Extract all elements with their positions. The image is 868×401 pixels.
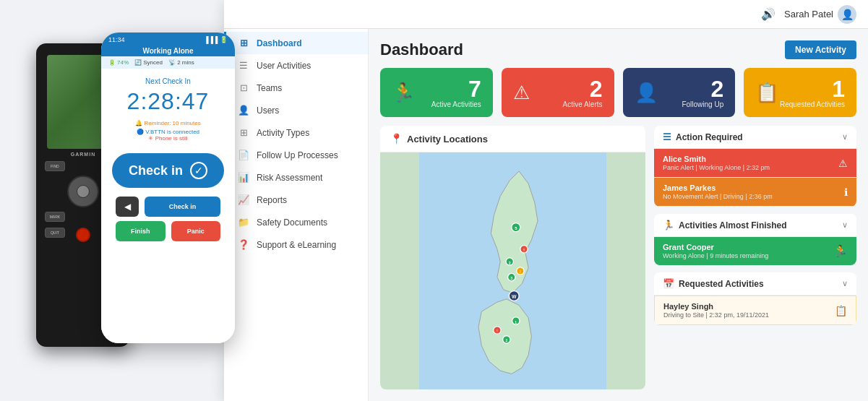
gps-mark-btn[interactable]: MARK xyxy=(45,212,65,222)
page-title: Dashboard xyxy=(380,40,463,59)
gps-enter-btn[interactable] xyxy=(76,228,90,242)
almost-finished-section: 🏃 Activities Almost Finished ∨ Grant Coo… xyxy=(654,214,856,265)
stat-following-up[interactable]: 👤 2 Following Up xyxy=(623,68,736,117)
battery-percent: 74% xyxy=(117,59,129,66)
action-required-chevron[interactable]: ∨ xyxy=(842,132,848,142)
hayley-detail: Driving to Site | 2:32 pm, 19/11/2021 xyxy=(663,311,769,319)
checkin-sm-label: Check in xyxy=(169,203,197,210)
stat-active-alerts[interactable]: ⚠ 2 Active Alerts xyxy=(502,68,614,117)
signal-status: 📡 2 mins xyxy=(168,59,194,66)
sidebar-item-activity-types[interactable]: ⊞ Activity Types xyxy=(224,121,368,144)
bluetooth-icon: 🔵 xyxy=(137,129,144,135)
requested-activities-label: Requested Activities xyxy=(780,100,845,108)
battery-icon: 🔋 xyxy=(108,59,116,66)
finish-item-grant-info: Grant Cooper Working Alone | 9 minutes r… xyxy=(663,243,768,259)
checkin-big-label: Check in xyxy=(129,163,183,178)
active-alerts-label: Active Alerts xyxy=(562,100,602,108)
alice-detail: Panic Alert | Working Alone | 2:32 pm xyxy=(663,164,770,171)
new-activity-button[interactable]: New Activity xyxy=(785,40,856,59)
active-activities-number: 7 xyxy=(468,77,481,100)
sidebar-teams-label: Teams xyxy=(257,83,282,93)
checkin-big-button[interactable]: Check in ✓ xyxy=(112,153,224,188)
hayley-name: Hayley Singh xyxy=(663,302,769,311)
phone-checkin-sm-btn[interactable]: Check in xyxy=(145,197,220,217)
following-up-number: 2 xyxy=(710,77,723,100)
gps-quit-btn[interactable]: QUIT xyxy=(45,228,65,238)
action-item-james-info: James Parkes No Movement Alert | Driving… xyxy=(663,184,773,200)
phone-battery-row: 🔋 74% 🔄 Synced 📡 2 mins xyxy=(101,56,235,69)
requested-activities-header-icon: 📅 xyxy=(663,278,674,289)
james-alert-icon: ℹ xyxy=(844,186,848,198)
svg-text:1: 1 xyxy=(515,320,517,324)
sidebar-item-teams[interactable]: ⊡ Teams xyxy=(224,77,368,99)
active-activities-icon: 🏃 xyxy=(392,82,415,104)
requested-activities-icon: 📋 xyxy=(755,82,778,104)
panic-btn[interactable]: Panic xyxy=(171,221,221,241)
panic-label: Panic xyxy=(187,228,205,235)
active-alerts-number: 2 xyxy=(590,77,603,100)
sidebar-user-activities-label: User Activities xyxy=(257,61,311,71)
sidebar-item-risk[interactable]: 📊 Risk Assessment xyxy=(224,166,368,189)
request-item-hayley[interactable]: Hayley Singh Driving to Site | 2:32 pm, … xyxy=(654,296,856,325)
action-item-james[interactable]: James Parkes No Movement Alert | Driving… xyxy=(654,178,856,207)
grant-detail: Working Alone | 9 minutes remaining xyxy=(663,252,768,259)
sidebar-item-dashboard[interactable]: ⊞ Dashboard xyxy=(224,32,368,54)
phone-bottom-row: ◀ Check in xyxy=(108,197,228,217)
reminder-icon: 🔔 xyxy=(135,120,142,126)
almost-finished-chevron[interactable]: ∨ xyxy=(842,220,848,230)
sidebar-item-user-activities[interactable]: ☰ User Activities xyxy=(224,54,368,77)
gps-find-btn[interactable]: FIND xyxy=(45,161,65,171)
sidebar-dashboard-label: Dashboard xyxy=(257,38,302,48)
action-required-header: ☰ Action Required ∨ xyxy=(654,126,856,149)
finish-btn[interactable]: Finish xyxy=(116,221,166,241)
stat-active-activities[interactable]: 🏃 7 Active Activities xyxy=(380,68,493,117)
action-required-icon: ☰ xyxy=(663,131,671,142)
phone-signal-icon: ✳ xyxy=(148,135,153,142)
phone-time: 11:34 xyxy=(108,36,125,43)
stats-row: 🏃 7 Active Activities ⚠ 2 Act xyxy=(380,68,856,117)
phone-status-bar: 11:34 ▐▐▐ 🔋 xyxy=(101,33,235,46)
svg-text:!: ! xyxy=(497,329,498,333)
activity-types-icon: ⊞ xyxy=(238,127,249,138)
user-activities-icon: ☰ xyxy=(238,60,249,71)
risk-icon: 📊 xyxy=(238,172,249,183)
stat-requested-activities[interactable]: 📋 1 Requested Activities xyxy=(744,68,856,117)
alice-name: Alice Smith xyxy=(663,155,770,163)
action-item-alice[interactable]: Alice Smith Panic Alert | Working Alone … xyxy=(654,149,856,178)
almost-finished-header: 🏃 Activities Almost Finished ∨ xyxy=(654,214,856,237)
active-activities-label: Active Activities xyxy=(431,100,481,108)
gps-dpad[interactable] xyxy=(67,176,99,207)
phone-back-btn[interactable]: ◀ xyxy=(116,197,139,217)
sidebar-item-support[interactable]: ❓ Support & eLearning xyxy=(224,233,368,256)
topbar-user: Sarah Patel 👤 xyxy=(784,5,856,24)
sidebar-item-safety-docs[interactable]: 📁 Safety Documents xyxy=(224,211,368,233)
sidebar-follow-up-label: Follow Up Processes xyxy=(257,150,338,160)
james-detail: No Movement Alert | Driving | 2:36 pm xyxy=(663,193,773,200)
requested-activities-chevron[interactable]: ∨ xyxy=(842,279,848,288)
map-title: Activity Locations xyxy=(407,134,488,145)
signal-label: 2 mins xyxy=(177,59,194,66)
safety-docs-icon: 📁 xyxy=(238,217,249,228)
right-panel: ☰ Action Required ∨ Alice Smith Panic Al… xyxy=(654,126,856,389)
sidebar-item-users[interactable]: 👤 Users xyxy=(224,99,368,121)
user-name: Sarah Patel xyxy=(784,9,833,20)
requested-activities-title: 📅 Requested Activities xyxy=(663,278,764,289)
reminder-text: Reminder: 10 minutes xyxy=(144,120,200,126)
requested-activities-header: 📅 Requested Activities ∨ xyxy=(654,272,856,296)
sidebar-item-reports[interactable]: 📈 Reports xyxy=(224,189,368,211)
map-header: 📍 Activity Locations xyxy=(380,126,645,152)
active-alerts-icon: ⚠ xyxy=(513,82,530,104)
request-item-hayley-info: Hayley Singh Driving to Site | 2:32 pm, … xyxy=(663,302,769,319)
sound-icon[interactable]: 🔊 xyxy=(761,7,775,21)
checkin-check-icon: ✓ xyxy=(190,162,207,179)
map-svg: 5 ! 2 ! 3 1 xyxy=(380,152,645,389)
sidebar-users-label: Users xyxy=(257,105,279,116)
content-row: 📍 Activity Locations xyxy=(380,126,856,389)
finish-item-grant[interactable]: Grant Cooper Working Alone | 9 minutes r… xyxy=(654,237,856,265)
next-check-label: Next Check In xyxy=(145,77,191,85)
sidebar-item-follow-up[interactable]: 📄 Follow Up Processes xyxy=(224,144,368,166)
phone-working-alone-label: Working Alone xyxy=(101,46,235,56)
almost-finished-icon: 🏃 xyxy=(663,220,674,230)
james-name: James Parkes xyxy=(663,184,773,192)
svg-text:3: 3 xyxy=(510,276,512,280)
